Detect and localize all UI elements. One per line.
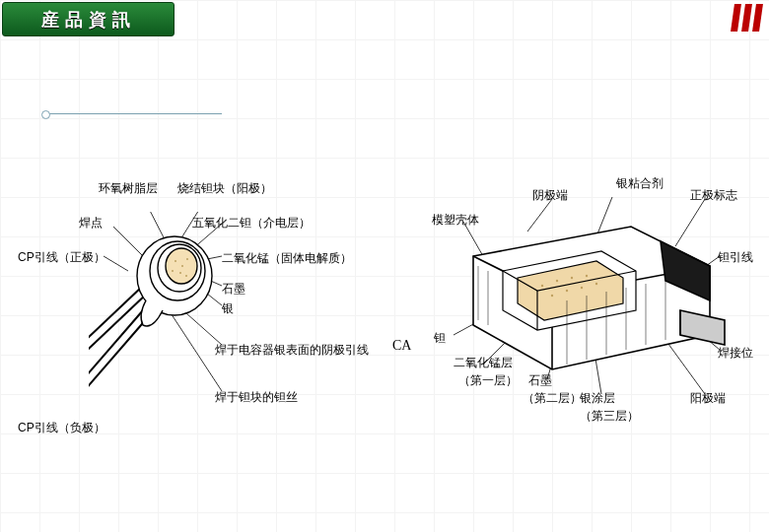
- decorative-rule: [44, 113, 222, 114]
- label-silver-adhesive: 银粘合剂: [616, 175, 664, 192]
- svg-point-23: [185, 275, 187, 277]
- header-accent-icon: [731, 4, 763, 32]
- svg-line-10: [89, 286, 143, 374]
- center-text: CA: [392, 338, 411, 354]
- svg-line-13: [89, 317, 148, 414]
- svg-point-39: [566, 290, 568, 292]
- svg-point-19: [181, 265, 183, 267]
- svg-line-34: [665, 340, 705, 394]
- svg-point-22: [172, 270, 174, 272]
- svg-point-20: [186, 258, 188, 260]
- svg-line-0: [143, 212, 166, 241]
- label-sinter-anode: 烧结钽块（阳极）: [177, 180, 272, 197]
- svg-point-41: [551, 295, 553, 297]
- left-capacitor-diagram: [89, 212, 365, 438]
- label-epoxy: 环氧树脂层: [99, 180, 158, 197]
- svg-point-21: [179, 272, 181, 274]
- svg-point-36: [556, 280, 558, 282]
- right-capacitor-diagram: [434, 197, 759, 424]
- svg-line-2: [113, 227, 143, 256]
- svg-line-27: [463, 222, 483, 256]
- svg-point-37: [571, 277, 573, 279]
- svg-point-40: [581, 287, 583, 289]
- svg-line-4: [104, 256, 128, 271]
- header-badge: 産品資訊: [2, 2, 175, 36]
- svg-line-12: [89, 310, 143, 407]
- svg-line-9: [166, 305, 222, 391]
- svg-point-42: [595, 283, 597, 285]
- svg-point-38: [586, 275, 588, 277]
- svg-line-25: [527, 199, 552, 232]
- svg-line-26: [675, 199, 705, 246]
- svg-line-11: [89, 293, 148, 381]
- header-title: 産品資訊: [41, 8, 136, 32]
- svg-point-35: [541, 285, 543, 287]
- svg-line-1: [182, 212, 207, 236]
- svg-point-18: [175, 260, 176, 262]
